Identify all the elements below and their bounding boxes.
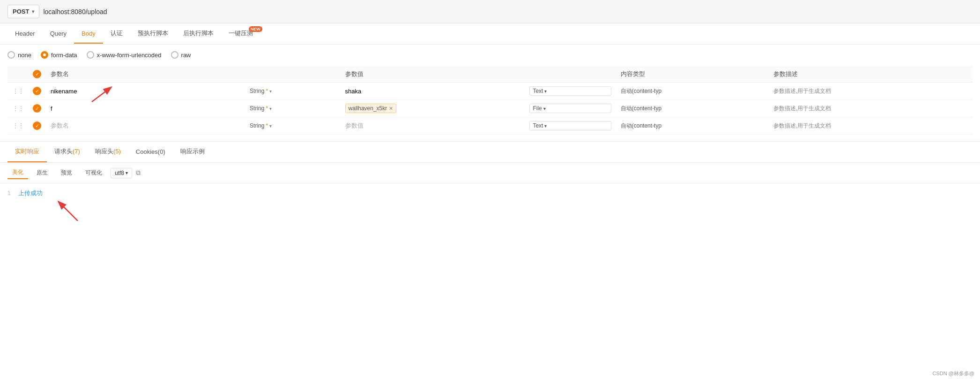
radio-urlencoded-circle: [87, 51, 94, 59]
row2-description: 参数描述,用于生成文档: [773, 105, 831, 112]
tab-pre-script[interactable]: 预执行脚本: [130, 23, 176, 44]
row3-type-badge[interactable]: String * ▾: [250, 122, 336, 129]
tab-response-headers[interactable]: 响应头(5): [88, 142, 128, 162]
col-param-value: 参数值: [341, 66, 616, 83]
format-visual[interactable]: 可视化: [81, 167, 107, 179]
drag-handle-icon[interactable]: ⋮⋮: [12, 87, 23, 95]
tab-request-headers[interactable]: 请求头(7): [47, 142, 88, 162]
url-bar: POST ▾: [0, 0, 980, 23]
col-content-type: 内容类型: [616, 66, 769, 83]
select-all-checkbox[interactable]: ✓: [33, 70, 41, 78]
response-section: 实时响应 请求头(7) 响应头(5) Cookies(0) 响应示例 美化 原生…: [0, 142, 980, 221]
radio-none[interactable]: none: [7, 51, 31, 59]
drag-handle-icon[interactable]: ⋮⋮: [12, 122, 23, 129]
radio-form-data-circle: [41, 51, 48, 59]
annotation-arrow-2: [50, 195, 87, 221]
response-body: 1 上传成功: [0, 183, 980, 221]
row3-description: 参数描述,用于生成文档: [773, 122, 831, 129]
url-input[interactable]: [43, 8, 973, 15]
row2-file-tag: wallhaven_x5kr ✕: [345, 104, 397, 113]
row3-value-cell: [345, 122, 520, 129]
tab-header[interactable]: Header: [7, 24, 43, 44]
row1-type-badge[interactable]: String * ▾: [250, 88, 336, 94]
radio-none-label: none: [18, 52, 31, 59]
col-param-desc: 参数描述: [769, 66, 973, 83]
row1-auto-content: 自动(content-typ: [621, 88, 661, 94]
row2-param-name[interactable]: [51, 105, 107, 112]
method-label: POST: [13, 8, 29, 15]
row2-content-type-dropdown[interactable]: File ▾: [529, 104, 611, 113]
tab-cookies[interactable]: Cookies(0): [128, 143, 173, 162]
copy-icon[interactable]: ⧉: [136, 169, 141, 177]
radio-none-circle: [7, 51, 15, 59]
row1-value-cell: [345, 88, 520, 95]
tab-body[interactable]: Body: [74, 24, 103, 44]
new-badge: NEW: [249, 26, 262, 32]
row1-checkbox[interactable]: ✓: [33, 87, 41, 95]
row1-param-name[interactable]: [51, 88, 107, 95]
radio-raw-circle: [171, 51, 178, 59]
col-param-name: 参数名: [46, 66, 341, 83]
row2-file-remove[interactable]: ✕: [389, 106, 393, 112]
main-tabs: Header Query Body 认证 预执行脚本 后执行脚本 一键压测 NE…: [0, 23, 980, 45]
row2-value-cell: wallhaven_x5kr ✕: [345, 104, 520, 113]
body-section: none form-data x-www-form-urlencoded raw: [0, 45, 980, 142]
tab-auth[interactable]: 认证: [103, 23, 130, 44]
row3-value-input[interactable]: [345, 122, 392, 129]
body-type-radio-group: none form-data x-www-form-urlencoded raw: [7, 51, 973, 59]
drag-handle-icon[interactable]: ⋮⋮: [12, 105, 23, 112]
row2-type-badge[interactable]: String * ▾: [250, 105, 336, 112]
tab-stress[interactable]: 一键压测 NEW: [221, 23, 260, 44]
row1-value-input[interactable]: [345, 88, 392, 95]
radio-raw-label: raw: [181, 52, 191, 59]
row3-auto-content: 自动(content-typ: [621, 122, 661, 129]
row1-description: 参数描述,用于生成文档: [773, 88, 831, 94]
row3-content-type-dropdown[interactable]: Text ▾: [529, 121, 611, 130]
tab-response-example[interactable]: 响应示例: [173, 142, 212, 162]
tab-post-script[interactable]: 后执行脚本: [176, 23, 221, 44]
row2-file-name: wallhaven_x5kr: [349, 105, 387, 112]
radio-form-data-label: form-data: [51, 52, 77, 59]
table-row: ⋮⋮ ✓ String * ▾: [7, 100, 973, 117]
row2-checkbox[interactable]: ✓: [33, 104, 41, 113]
radio-urlencoded[interactable]: x-www-form-urlencoded: [87, 51, 162, 59]
response-line-1: 1 上传成功: [7, 189, 973, 197]
format-raw[interactable]: 原生: [32, 167, 52, 179]
format-preview[interactable]: 预览: [56, 167, 77, 179]
method-chevron-icon: ▾: [32, 9, 34, 14]
radio-urlencoded-label: x-www-form-urlencoded: [97, 52, 162, 59]
row3-param-name[interactable]: [51, 122, 107, 129]
radio-form-data[interactable]: form-data: [41, 51, 77, 59]
format-beautify[interactable]: 美化: [7, 167, 28, 179]
table-row: ⋮⋮ ✓ String * ▾: [7, 83, 973, 100]
response-text: 上传成功: [18, 189, 43, 197]
response-tabs: 实时响应 请求头(7) 响应头(5) Cookies(0) 响应示例: [0, 142, 980, 163]
row2-auto-content: 自动(content-typ: [621, 105, 661, 112]
method-select[interactable]: POST ▾: [7, 5, 39, 18]
radio-raw[interactable]: raw: [171, 51, 191, 59]
params-table: ✓ 参数名 参数值 内容类型 参数描述 ⋮⋮ ✓: [7, 66, 973, 135]
row3-checkbox[interactable]: ✓: [33, 121, 41, 130]
line-number: 1: [7, 190, 11, 197]
encoding-select[interactable]: utf8 ▾: [111, 168, 132, 178]
tab-query[interactable]: Query: [43, 24, 74, 44]
format-bar: 美化 原生 预览 可视化 utf8 ▾ ⧉: [0, 163, 980, 183]
tab-realtime-response[interactable]: 实时响应: [7, 142, 47, 162]
table-row: ⋮⋮ ✓ String * ▾: [7, 117, 973, 135]
row1-content-type-dropdown[interactable]: Text ▾: [529, 86, 611, 96]
